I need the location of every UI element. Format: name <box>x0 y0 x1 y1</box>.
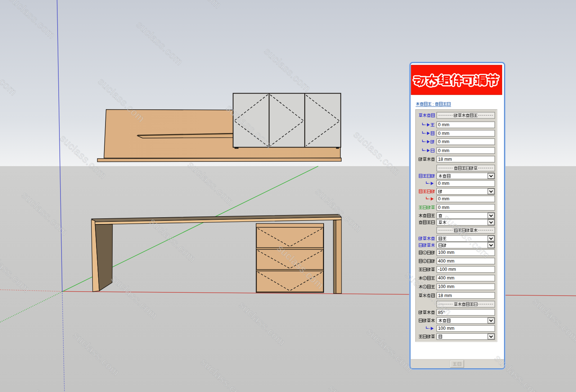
svg-text:0 mm: 0 mm <box>438 139 449 144</box>
svg-text:2: 2 <box>424 260 426 263</box>
svg-text:100 mm: 100 mm <box>438 326 455 331</box>
svg-text:0 mm: 0 mm <box>438 131 449 136</box>
svg-text:-100 mm: -100 mm <box>438 267 456 272</box>
svg-text:400 mm: 400 mm <box>438 259 455 264</box>
svg-text::: : <box>433 102 434 107</box>
svg-text:400 mm: 400 mm <box>438 275 455 281</box>
svg-text:0 mm: 0 mm <box>438 205 449 210</box>
svg-text:0 mm: 0 mm <box>438 122 449 127</box>
svg-text:0 mm: 0 mm <box>438 196 449 201</box>
svg-text:0 mm: 0 mm <box>438 181 449 186</box>
svg-text:2: 2 <box>424 277 426 280</box>
svg-text:100 mm: 100 mm <box>438 284 455 289</box>
svg-text:100 mm: 100 mm <box>438 250 455 255</box>
svg-text:0 mm: 0 mm <box>438 148 449 153</box>
svg-text:1: 1 <box>424 251 426 254</box>
svg-text:18 mm: 18 mm <box>438 157 452 162</box>
